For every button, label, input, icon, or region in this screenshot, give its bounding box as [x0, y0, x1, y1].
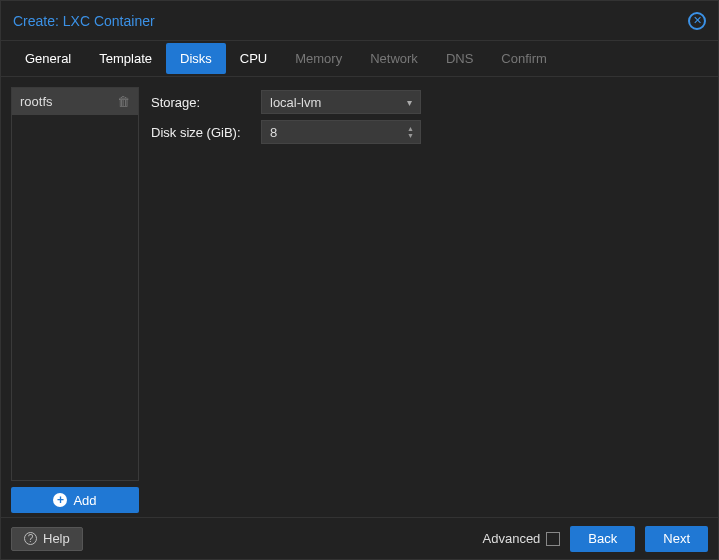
disk-item-rootfs[interactable]: rootfs 🗑 [12, 88, 138, 115]
advanced-toggle[interactable]: Advanced [483, 531, 561, 546]
disk-item-label: rootfs [20, 94, 53, 109]
storage-label: Storage: [151, 95, 261, 110]
disk-size-input[interactable]: 8 ▲▼ [261, 120, 421, 144]
help-label: Help [43, 531, 70, 546]
disk-form: Storage: local-lvm ▾ Disk size (GiB): 8 … [149, 87, 708, 513]
dialog-footer: ? Help Advanced Back Next [1, 517, 718, 559]
tab-general[interactable]: General [11, 43, 85, 74]
tab-bar: General Template Disks CPU Memory Networ… [1, 41, 718, 77]
close-button[interactable]: ✕ [688, 12, 706, 30]
tab-disks[interactable]: Disks [166, 43, 226, 74]
row-disk-size: Disk size (GiB): 8 ▲▼ [151, 117, 706, 147]
tab-network: Network [356, 43, 432, 74]
disk-list: rootfs 🗑 [11, 87, 139, 481]
disk-size-label: Disk size (GiB): [151, 125, 261, 140]
storage-select[interactable]: local-lvm ▾ [261, 90, 421, 114]
dialog-body: rootfs 🗑 + Add Storage: local-lvm ▾ Disk… [1, 77, 718, 517]
back-label: Back [588, 531, 617, 546]
tab-template[interactable]: Template [85, 43, 166, 74]
storage-value: local-lvm [270, 95, 321, 110]
advanced-label: Advanced [483, 531, 541, 546]
row-storage: Storage: local-lvm ▾ [151, 87, 706, 117]
dialog-window: Create: LXC Container ✕ General Template… [0, 0, 719, 560]
help-button[interactable]: ? Help [11, 527, 83, 551]
footer-right: Advanced Back Next [483, 526, 708, 552]
tab-cpu[interactable]: CPU [226, 43, 281, 74]
help-icon: ? [24, 532, 37, 545]
tab-memory: Memory [281, 43, 356, 74]
spinner-icon: ▲▼ [407, 125, 414, 139]
tab-dns: DNS [432, 43, 487, 74]
tab-confirm: Confirm [487, 43, 561, 74]
back-button[interactable]: Back [570, 526, 635, 552]
chevron-down-icon: ▾ [407, 97, 412, 108]
titlebar: Create: LXC Container ✕ [1, 1, 718, 41]
add-disk-button[interactable]: + Add [11, 487, 139, 513]
advanced-checkbox[interactable] [546, 532, 560, 546]
next-button[interactable]: Next [645, 526, 708, 552]
add-button-label: Add [73, 493, 96, 508]
next-label: Next [663, 531, 690, 546]
disk-sidebar: rootfs 🗑 + Add [11, 87, 139, 513]
disk-size-value: 8 [270, 125, 277, 140]
plus-icon: + [53, 493, 67, 507]
close-icon: ✕ [693, 15, 702, 26]
dialog-title: Create: LXC Container [13, 13, 155, 29]
trash-icon[interactable]: 🗑 [117, 94, 130, 109]
